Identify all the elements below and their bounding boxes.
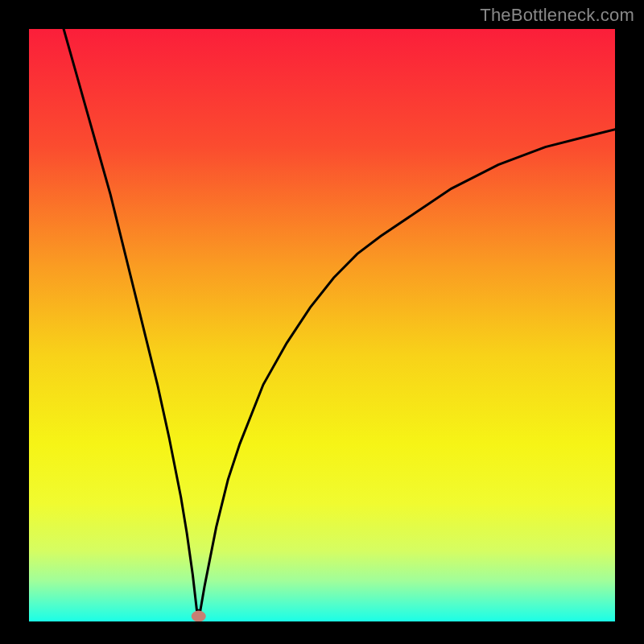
chart-container: TheBottleneck.com bbox=[0, 0, 644, 644]
optimum-marker bbox=[192, 611, 206, 622]
watermark-label: TheBottleneck.com bbox=[480, 5, 634, 26]
plot-background bbox=[28, 28, 616, 622]
chart-svg bbox=[0, 0, 644, 644]
